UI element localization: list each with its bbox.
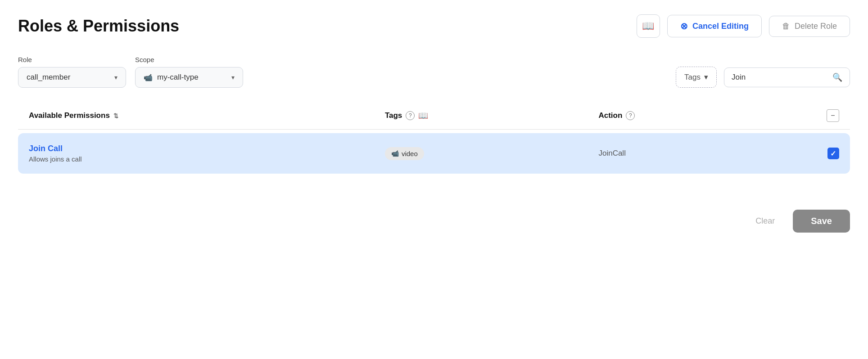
permission-tags: 📹 video [385, 147, 599, 160]
col-action-header: Action ? [598, 111, 812, 120]
book-icon-button[interactable]: 📖 [637, 14, 660, 38]
tags-book-icon[interactable]: 📖 [418, 111, 428, 121]
cancel-circle-icon: ⊗ [680, 21, 688, 31]
tag-value: video [402, 150, 418, 157]
col-tags-header: Tags ? 📖 [385, 111, 599, 121]
col-tags-label: Tags [385, 111, 402, 120]
filter-row: Tags ▾ 🔍 [676, 67, 850, 88]
sort-icon: ⇅ [113, 112, 118, 119]
tags-help-icon[interactable]: ? [406, 111, 415, 120]
book-icon: 📖 [642, 20, 654, 32]
header-actions: 📖 ⊗ Cancel Editing 🗑 Delete Role [637, 14, 850, 38]
tags-filter-dropdown[interactable]: Tags ▾ [676, 67, 717, 88]
table-header: Available Permissions ⇅ Tags ? 📖 Action … [18, 109, 850, 130]
scope-label: Scope [135, 56, 243, 63]
role-select[interactable]: call_member ▾ [18, 67, 126, 88]
video-tag-icon: 📹 [391, 150, 399, 157]
col-action-label: Action [598, 111, 622, 120]
controls-row: Role call_member ▾ Scope 📹 my-call-type … [18, 56, 850, 88]
scope-field-group: Scope 📹 my-call-type ▾ [135, 56, 243, 88]
cancel-editing-button[interactable]: ⊗ Cancel Editing [667, 15, 762, 37]
role-label: Role [18, 56, 126, 63]
permission-description: Allows joins a call [29, 155, 385, 163]
search-input[interactable] [732, 73, 827, 82]
trash-icon: 🗑 [782, 22, 790, 31]
permission-info: Join Call Allows joins a call [29, 144, 385, 163]
permission-row: Join Call Allows joins a call 📹 video Jo… [18, 133, 850, 174]
role-value: call_member [27, 73, 70, 82]
permission-checkbox[interactable] [827, 148, 839, 159]
collapse-button[interactable]: − [827, 109, 839, 122]
scope-chevron-icon: ▾ [231, 74, 235, 81]
scope-select[interactable]: 📹 my-call-type ▾ [135, 67, 243, 88]
permission-action: JoinCall [598, 149, 812, 158]
col-permissions-label: Available Permissions [29, 111, 110, 120]
role-chevron-icon: ▾ [114, 74, 118, 81]
scope-value: my-call-type [157, 73, 199, 82]
clear-button[interactable]: Clear [746, 211, 784, 231]
page-title: Roles & Permissions [18, 17, 179, 36]
search-box: 🔍 [724, 67, 850, 87]
col-permissions-header: Available Permissions ⇅ [29, 111, 385, 120]
save-button[interactable]: Save [793, 210, 850, 233]
call-type-icon: 📹 [144, 73, 153, 82]
bottom-actions: Clear Save [18, 210, 850, 233]
action-value: JoinCall [598, 149, 625, 157]
delete-role-button[interactable]: 🗑 Delete Role [769, 16, 850, 37]
tag-badge: 📹 video [385, 147, 424, 160]
page-header: Roles & Permissions 📖 ⊗ Cancel Editing 🗑… [18, 14, 850, 38]
permission-name: Join Call [29, 144, 385, 153]
role-field-group: Role call_member ▾ [18, 56, 126, 88]
tags-chevron-icon: ▾ [704, 72, 708, 82]
search-icon: 🔍 [832, 72, 842, 82]
tags-filter-label: Tags [684, 73, 701, 82]
action-help-icon[interactable]: ? [626, 111, 635, 120]
